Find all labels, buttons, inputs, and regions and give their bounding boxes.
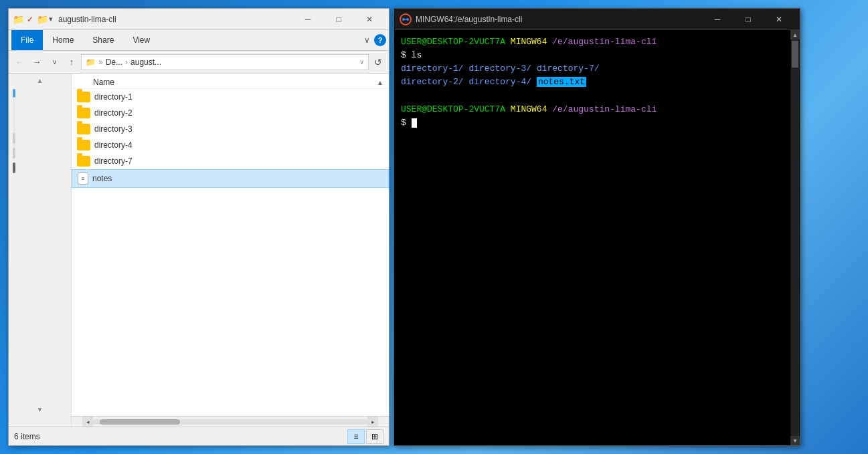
file-item-dir4[interactable]: directory-4 [72,137,389,153]
svg-point-1 [402,18,405,21]
terminal-maximize-btn[interactable]: □ [733,9,764,30]
file-list-area: Name ▲ directory-1 directory-2 directory… [72,74,389,427]
ribbon-chevron: ∨ ? [364,34,386,46]
file-item-dir1[interactable]: directory-1 [72,89,389,105]
ribbon-help-btn[interactable]: ? [374,34,386,46]
h-scrollbar-track[interactable] [93,419,367,425]
terminal-logo [400,13,412,25]
path-part-2: august... [131,58,161,67]
file-item-dir2[interactable]: directory-2 [72,105,389,121]
sidebar-item-1[interactable] [9,87,71,102]
explorer-maximize-btn[interactable]: □ [323,9,354,30]
term-space-2 [505,104,511,114]
h-scrollbar[interactable]: ◂ ▸ [72,416,389,427]
file-item-notes[interactable]: notes [72,169,389,188]
sidebar-item-6[interactable] [9,160,71,175]
term-space-3 [406,118,412,128]
term-user-1: USER@DESKTOP-2VUCT7A [401,37,505,47]
ribbon: File Home Share View ∨ ? [9,30,389,51]
file-name-dir2: directory-2 [94,108,133,118]
term-path-1: /e/augustin-lima-cli [547,37,657,47]
term-dollar-2: $ [401,118,406,128]
sidebar-item-3[interactable] [9,116,71,131]
file-name-dir7: directory-7 [94,156,133,166]
terminal-window-controls: ─ □ ✕ [702,9,794,30]
grid-view-btn[interactable]: ⊞ [366,429,383,444]
term-path-2: /e/augustin-lima-cli [547,104,657,114]
term-dir-1: directory-1/ [401,64,464,74]
refresh-btn[interactable]: ↺ [370,54,386,70]
terminal-scroll-track[interactable] [791,39,799,436]
tab-share[interactable]: Share [83,30,123,50]
sidebar-item-5[interactable] [9,146,71,160]
file-txt-icon-notes [78,173,88,185]
term-dir-2: directory-2/ [401,77,464,87]
title-arrow: ▾ [49,15,53,23]
item-count: 6 items [14,432,40,441]
path-dropdown-btn[interactable]: ∨ [359,58,364,66]
term-line-7: $ [401,116,786,130]
tab-view[interactable]: View [123,30,159,50]
h-scroll-right-btn[interactable]: ▸ [367,417,378,427]
view-toggle: ≡ ⊞ [347,429,383,444]
term-line-6: USER@DESKTOP-2VUCT7A MINGW64 /e/augustin… [401,103,786,116]
sidebar: ▲ [9,74,72,427]
file-item-dir3[interactable]: directory-3 [72,121,389,137]
term-space-1 [505,37,511,47]
path-sep-1: » [98,58,103,67]
terminal-text-area[interactable]: USER@DESKTOP-2VUCT7A MINGW64 /e/augustin… [394,30,800,445]
folder-icon-2: 📁 [37,14,48,25]
sidebar-color-6 [13,162,15,173]
address-path[interactable]: 📁 » De... › august... ∨ [81,54,369,70]
sidebar-item-4[interactable] [9,131,71,146]
file-name-dir1: directory-1 [94,92,133,102]
term-cursor [412,118,417,128]
sidebar-color-5 [13,148,15,158]
term-line-3: directory-1/ directory-3/ directory-7/ [401,62,786,76]
explorer-minimize-btn[interactable]: ─ [292,9,323,30]
check-icon: ✓ [25,14,35,25]
folder-icon-dir7 [77,156,90,166]
terminal-minimize-btn[interactable]: ─ [702,9,733,30]
up-btn[interactable]: ↑ [64,54,80,70]
terminal-scrollbar[interactable]: ▲ ▼ [790,30,800,445]
header-chevron: ▲ [377,79,383,86]
terminal-scroll-thumb[interactable] [792,41,798,68]
forward-btn[interactable]: → [29,54,45,70]
file-name-notes: notes [92,174,112,183]
sidebar-item-2[interactable] [9,102,71,116]
folder-icon-1: 📁 [13,14,23,25]
file-list-header[interactable]: Name ▲ [72,76,389,89]
terminal-scroll-up-btn[interactable]: ▲ [790,30,800,39]
term-line-1: USER@DESKTOP-2VUCT7A MINGW64 /e/augustin… [401,35,786,49]
name-column-header: Name [93,78,114,87]
terminal-scroll-down-btn[interactable]: ▼ [790,436,800,445]
tab-file[interactable]: File [11,30,43,50]
terminal-title-bar: MINGW64:/e/augustin-lima-cli ─ □ ✕ [394,9,800,30]
explorer-window-controls: ─ □ ✕ [292,9,385,30]
term-notes-highlighted: notes.txt [537,77,586,87]
ribbon-tabs: File Home Share View ∨ ? [9,30,389,50]
term-dir-4: directory-4/ [468,77,531,87]
sidebar-scroll-down-btn[interactable]: ▼ [37,406,44,413]
terminal-close-btn[interactable]: ✕ [764,9,794,30]
h-scroll-left-btn[interactable]: ◂ [82,417,93,427]
explorer-body: ▲ [9,74,389,427]
back-btn[interactable]: ← [11,54,27,70]
ribbon-collapse-btn[interactable]: ∨ [364,35,370,45]
path-sep-2: › [125,58,128,67]
explorer-close-btn[interactable]: ✕ [354,9,385,30]
list-view-btn[interactable]: ≡ [347,429,365,444]
address-bar: ← → ∨ ↑ 📁 » De... › august... ∨ ↺ [9,51,389,74]
terminal-title: MINGW64:/e/augustin-lima-cli [416,15,698,24]
sidebar-scroll-up-btn[interactable]: ▲ [9,74,71,87]
explorer-title-bar: 📁 ✓ 📁 ▾ augustin-lima-cli ─ □ ✕ [9,9,389,30]
terminal-window: MINGW64:/e/augustin-lima-cli ─ □ ✕ USER@… [394,8,800,446]
term-space-col4 [531,77,537,87]
nav-dropdown-btn[interactable]: ∨ [46,54,62,70]
folder-icon-dir4 [77,140,90,150]
file-item-dir7[interactable]: directory-7 [72,153,389,169]
h-scrollbar-thumb[interactable] [100,419,180,425]
file-name-dir4: directory-4 [94,140,133,150]
tab-home[interactable]: Home [43,30,83,50]
